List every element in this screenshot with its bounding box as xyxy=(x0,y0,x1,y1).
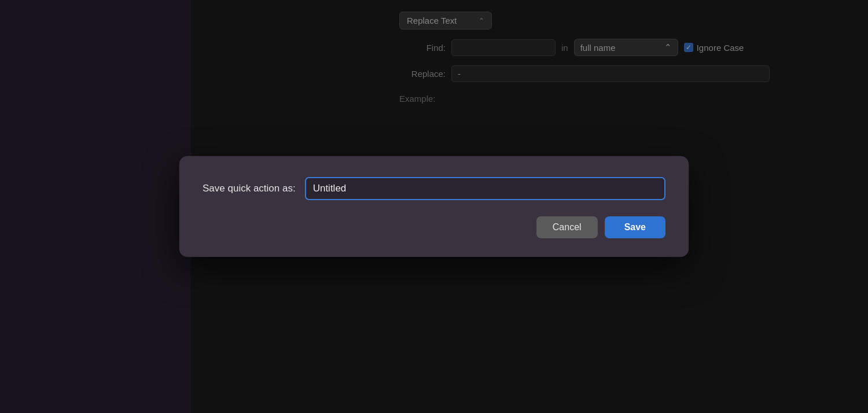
cancel-button[interactable]: Cancel xyxy=(536,216,598,238)
action-name-input[interactable] xyxy=(305,177,665,200)
modal-input-row: Save quick action as: xyxy=(203,177,665,200)
save-dialog: Save quick action as: Cancel Save xyxy=(179,156,689,257)
modal-content: Save quick action as: Cancel Save xyxy=(203,177,665,238)
save-button[interactable]: Save xyxy=(605,216,665,238)
modal-buttons-row: Cancel Save xyxy=(203,216,665,238)
save-action-label: Save quick action as: xyxy=(203,183,296,194)
